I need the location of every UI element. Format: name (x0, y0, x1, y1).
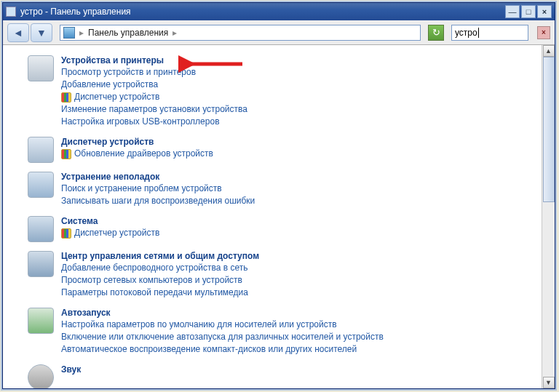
category-body: Центр управления сетями и общим доступом… (61, 251, 533, 299)
category-title-link[interactable]: Автозапуск (61, 308, 111, 318)
category-title-link[interactable]: Устранение неполадок (61, 172, 159, 182)
category: Устранение неполадокПоиск и устранение п… (28, 172, 533, 207)
scroll-down-button[interactable]: ▼ (543, 377, 555, 388)
category: Центр управления сетями и общим доступом… (28, 251, 533, 299)
category-body: Звук (61, 364, 533, 388)
printer-icon (28, 55, 54, 81)
category-sublink[interactable]: Обновление драйверов устройств (61, 148, 533, 160)
category-sublink[interactable]: Включение или отключение автозапуска для… (61, 331, 533, 343)
category-body: АвтозапускНастройка параметров по умолча… (61, 308, 533, 356)
category-sublink[interactable]: Настройка параметров по умолчанию для но… (61, 319, 533, 331)
close-button[interactable]: × (537, 5, 552, 18)
category-sublink[interactable]: Просмотр сетевых компьютеров и устройств (61, 274, 533, 287)
category-sublink[interactable]: Записывать шаги для воспроизведения ошиб… (61, 195, 533, 207)
category-sublink[interactable]: Изменение параметров установки устройств… (61, 103, 533, 116)
category-sublink[interactable]: Диспетчер устройств (61, 91, 533, 103)
category-body: Устранение неполадокПоиск и устранение п… (61, 172, 533, 207)
control-panel-window: устро - Панель управления — □ × ◄ ▼ ▸ Па… (2, 2, 555, 389)
shield-icon (61, 228, 71, 239)
category-sublink[interactable]: Поиск и устранение проблем устройств (61, 183, 533, 195)
network-icon (28, 251, 54, 277)
category-body: Устройства и принтерыПросмотр устройств … (61, 55, 533, 128)
category-sublink[interactable]: Диспетчер устройств (61, 227, 533, 239)
category-title-link[interactable]: Диспетчер устройств (61, 137, 154, 147)
address-bar: ◄ ▼ ▸ Панель управления ▸ ↻ устро × (3, 20, 555, 45)
sublink-label: Обновление драйверов устройств (74, 148, 213, 160)
category-title-link[interactable]: Система (61, 216, 98, 226)
nav-back-button[interactable]: ◄ (7, 23, 29, 42)
search-input-value: устро (455, 28, 477, 38)
category-body: Диспетчер устройствОбновление драйверов … (61, 137, 533, 163)
shield-icon (61, 149, 71, 159)
sublink-label: Диспетчер устройств (74, 91, 159, 103)
trouble-icon (28, 172, 54, 198)
nav-forward-button[interactable]: ▼ (31, 23, 52, 42)
category-sublink[interactable]: Параметры потоковой передачи мультимедиа (61, 287, 533, 299)
system-icon (28, 216, 54, 242)
category-title-link[interactable]: Звук (61, 364, 81, 375)
category-sublink[interactable]: Автоматическое воспроизведение компакт-д… (61, 343, 533, 356)
chevron-right-icon: ▸ (79, 28, 84, 38)
refresh-button[interactable]: ↻ (428, 25, 444, 41)
scroll-up-button[interactable]: ▲ (543, 45, 555, 57)
window-title: устро - Панель управления (20, 7, 504, 17)
scroll-track[interactable] (543, 57, 555, 377)
category: Устройства и принтерыПросмотр устройств … (28, 55, 533, 128)
category-body: СистемаДиспетчер устройств (61, 216, 533, 242)
autoplay-icon (28, 308, 54, 334)
chevron-right-icon: ▸ (173, 28, 177, 38)
maximize-button[interactable]: □ (521, 5, 536, 18)
category: Звук (28, 364, 533, 388)
vertical-scrollbar[interactable]: ▲ ▼ (542, 45, 555, 388)
sound-icon (28, 364, 54, 388)
minimize-button[interactable]: — (505, 5, 520, 18)
titlebar: устро - Панель управления — □ × (3, 3, 555, 20)
category: СистемаДиспетчер устройств (28, 216, 533, 242)
category-sublink[interactable]: Настройка игровых USB-контроллеров (61, 116, 533, 128)
search-input[interactable]: устро (451, 25, 528, 41)
breadcrumb-bar[interactable]: ▸ Панель управления ▸ (60, 25, 421, 41)
breadcrumb-segment[interactable]: Панель управления (88, 28, 168, 38)
category-sublink[interactable]: Добавление устройства (61, 79, 533, 91)
devmgr-icon (28, 137, 54, 163)
control-panel-icon (63, 27, 75, 39)
clear-search-button[interactable]: × (537, 26, 550, 39)
category: Диспетчер устройствОбновление драйверов … (28, 137, 533, 163)
results-pane: Устройства и принтерыПросмотр устройств … (3, 45, 542, 388)
category-sublink[interactable]: Просмотр устройств и принтеров (61, 66, 533, 79)
sublink-label: Диспетчер устройств (74, 227, 159, 239)
category-sublink[interactable]: Добавление беспроводного устройства в се… (61, 262, 533, 274)
scroll-thumb[interactable] (543, 57, 555, 202)
category-title-link[interactable]: Устройства и принтеры (61, 55, 164, 65)
shield-icon (61, 92, 71, 103)
window-icon (6, 7, 16, 17)
category: АвтозапускНастройка параметров по умолча… (28, 308, 533, 356)
category-title-link[interactable]: Центр управления сетями и общим доступом (61, 251, 259, 261)
